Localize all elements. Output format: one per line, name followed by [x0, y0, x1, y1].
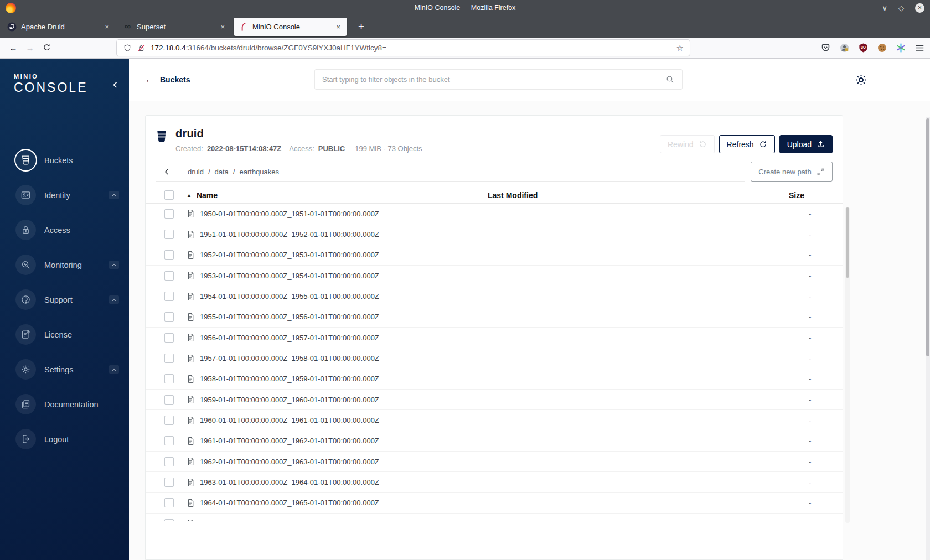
breadcrumb-part[interactable]: data: [215, 168, 229, 176]
row-checkbox[interactable]: [164, 374, 174, 383]
row-checkbox[interactable]: [164, 519, 174, 521]
new-tab-button[interactable]: +: [355, 20, 368, 33]
sidebar-item-logout[interactable]: Logout: [0, 422, 129, 457]
upload-button[interactable]: Upload: [779, 135, 833, 153]
sidebar-item-buckets[interactable]: Buckets: [0, 143, 129, 178]
object-name-cell[interactable]: 1952-01-01T00:00:00.000Z_1953-01-01T00:0…: [187, 251, 480, 260]
sidebar-collapse-icon[interactable]: [111, 81, 120, 91]
maximize-icon[interactable]: ◇: [898, 4, 904, 12]
refresh-button[interactable]: Refresh: [719, 135, 775, 153]
object-row[interactable]: 1952-01-01T00:00:00.000Z_1953-01-01T00:0…: [146, 245, 843, 266]
column-header-last-modified[interactable]: Last Modified: [480, 191, 773, 200]
sidebar-item-settings[interactable]: Settings: [0, 352, 129, 387]
insecure-lock-icon[interactable]: [137, 44, 146, 53]
url-bar[interactable]: 172.18.0.4:31664/buckets/druid/browse/ZG…: [117, 40, 690, 56]
table-scrollbar[interactable]: [845, 207, 850, 523]
object-row[interactable]: 1955-01-01T00:00:00.000Z_1956-01-01T00:0…: [146, 307, 843, 328]
object-name-cell[interactable]: 1957-01-01T00:00:00.000Z_1958-01-01T00:0…: [187, 354, 480, 363]
object-name-cell[interactable]: 1950-01-01T00:00:00.000Z_1951-01-01T00:0…: [187, 209, 480, 218]
object-name-cell[interactable]: 1956-01-01T00:00:00.000Z_1957-01-01T00:0…: [187, 333, 480, 342]
pocket-icon[interactable]: [820, 43, 831, 53]
back-to-buckets-link[interactable]: ← Buckets: [145, 75, 190, 85]
column-header-size[interactable]: Size: [773, 191, 834, 200]
object-row[interactable]: 1954-01-01T00:00:00.000Z_1955-01-01T00:0…: [146, 286, 843, 307]
menu-icon[interactable]: [914, 43, 925, 53]
sidebar-item-license[interactable]: License: [0, 317, 129, 352]
object-name-cell[interactable]: 1958-01-01T00:00:00.000Z_1959-01-01T00:0…: [187, 375, 480, 383]
row-checkbox[interactable]: [164, 292, 174, 301]
tab-close-icon[interactable]: ×: [219, 23, 226, 31]
object-name-cell[interactable]: 1951-01-01T00:00:00.000Z_1952-01-01T00:0…: [187, 230, 480, 239]
reload-icon[interactable]: [38, 43, 55, 53]
object-row[interactable]: 1963-01-01T00:00:00.000Z_1964-01-01T00:0…: [146, 472, 843, 492]
object-row[interactable]: 1959-01-01T00:00:00.000Z_1960-01-01T00:0…: [146, 390, 843, 410]
row-checkbox[interactable]: [164, 498, 174, 507]
row-checkbox[interactable]: [164, 436, 174, 445]
account-icon[interactable]: [839, 43, 850, 53]
row-checkbox[interactable]: [164, 271, 174, 281]
page-scrollbar[interactable]: [926, 117, 930, 560]
object-name-cell[interactable]: 1959-01-01T00:00:00.000Z_1960-01-01T00:0…: [187, 395, 480, 404]
row-checkbox[interactable]: [164, 457, 174, 466]
ublock-icon[interactable]: uO: [858, 43, 869, 53]
object-name-cell[interactable]: 1954-01-01T00:00:00.000Z_1955-01-01T00:0…: [187, 292, 480, 301]
cookie-icon[interactable]: [877, 43, 887, 53]
object-row[interactable]: 1960-01-01T00:00:00.000Z_1961-01-01T00:0…: [146, 410, 843, 431]
browser-tab-apache-druid[interactable]: Apache Druid×: [2, 18, 116, 36]
shield-icon[interactable]: [123, 44, 132, 53]
object-name-cell[interactable]: 1953-01-01T00:00:00.000Z_1954-01-01T00:0…: [187, 271, 480, 280]
back-icon[interactable]: ←: [5, 43, 22, 53]
object-row[interactable]: 1957-01-01T00:00:00.000Z_1958-01-01T00:0…: [146, 348, 843, 369]
object-name-cell[interactable]: 1964-01-01T00:00:00.000Z_1965-01-01T00:0…: [187, 499, 480, 507]
sidebar-item-access[interactable]: Access: [0, 212, 129, 247]
row-checkbox[interactable]: [164, 250, 174, 260]
sidebar-item-support[interactable]: Support: [0, 282, 129, 317]
row-checkbox[interactable]: [164, 312, 174, 322]
row-checkbox[interactable]: [164, 416, 174, 425]
object-row[interactable]: 1950-01-01T00:00:00.000Z_1951-01-01T00:0…: [146, 204, 843, 224]
breadcrumb-part[interactable]: druid: [188, 168, 204, 176]
object-name-cell[interactable]: 1955-01-01T00:00:00.000Z_1956-01-01T00:0…: [187, 313, 480, 322]
object-row[interactable]: 1956-01-01T00:00:00.000Z_1957-01-01T00:0…: [146, 328, 843, 348]
bookmark-star-icon[interactable]: ☆: [676, 43, 684, 53]
browser-tab-minio-console[interactable]: MinIO Console×: [234, 18, 347, 36]
object-row[interactable]: 1958-01-01T00:00:00.000Z_1959-01-01T00:0…: [146, 369, 843, 390]
object-name-cell[interactable]: 1961-01-01T00:00:00.000Z_1962-01-01T00:0…: [187, 437, 480, 445]
row-checkbox[interactable]: [164, 478, 174, 487]
search-input[interactable]: [322, 75, 665, 84]
file-icon: [187, 437, 195, 445]
tab-close-icon[interactable]: ×: [334, 23, 342, 31]
object-row[interactable]: 1951-01-01T00:00:00.000Z_1952-01-01T00:0…: [146, 224, 843, 245]
object-row[interactable]: 1961-01-01T00:00:00.000Z_1962-01-01T00:0…: [146, 431, 843, 452]
breadcrumb-part[interactable]: earthquakes: [239, 168, 279, 176]
row-checkbox[interactable]: [164, 230, 174, 239]
object-name-cell[interactable]: 1965-01-01T00:00:00.000Z_1966-01-01T00:0…: [187, 519, 480, 521]
sidebar-item-documentation[interactable]: Documentation: [0, 387, 129, 422]
row-checkbox[interactable]: [164, 333, 174, 343]
sidebar-item-monitoring[interactable]: Monitoring: [0, 247, 129, 282]
row-checkbox[interactable]: [164, 354, 174, 363]
forward-icon[interactable]: →: [22, 43, 38, 53]
extension-icon[interactable]: [896, 43, 906, 53]
object-row[interactable]: 1965-01-01T00:00:00.000Z_1966-01-01T00:0…: [146, 514, 843, 521]
row-checkbox[interactable]: [164, 209, 174, 219]
object-row[interactable]: 1964-01-01T00:00:00.000Z_1965-01-01T00:0…: [146, 493, 843, 514]
breadcrumb-back-icon[interactable]: [156, 162, 178, 181]
rewind-button[interactable]: Rewind: [660, 135, 715, 153]
settings-gear-icon[interactable]: [854, 73, 868, 89]
object-row[interactable]: 1953-01-01T00:00:00.000Z_1954-01-01T00:0…: [146, 266, 843, 286]
column-header-name[interactable]: ▲ Name: [187, 191, 480, 200]
sidebar-item-identity[interactable]: Identity: [0, 178, 129, 212]
close-icon[interactable]: ×: [915, 3, 924, 13]
object-name-cell[interactable]: 1962-01-01T00:00:00.000Z_1963-01-01T00:0…: [187, 457, 480, 466]
object-name-cell[interactable]: 1960-01-01T00:00:00.000Z_1961-01-01T00:0…: [187, 416, 480, 425]
url-text[interactable]: 172.18.0.4:31664/buckets/druid/browse/ZG…: [151, 44, 671, 52]
object-row[interactable]: 1962-01-01T00:00:00.000Z_1963-01-01T00:0…: [146, 452, 843, 472]
row-checkbox[interactable]: [164, 395, 174, 405]
browser-tab-superset[interactable]: ∞Superset×: [118, 18, 231, 36]
object-name-cell[interactable]: 1963-01-01T00:00:00.000Z_1964-01-01T00:0…: [187, 478, 480, 487]
tab-close-icon[interactable]: ×: [103, 23, 111, 31]
select-all-checkbox[interactable]: [164, 190, 174, 200]
create-new-path-button[interactable]: Create new path: [751, 162, 833, 182]
minimize-icon[interactable]: ∨: [882, 4, 887, 12]
